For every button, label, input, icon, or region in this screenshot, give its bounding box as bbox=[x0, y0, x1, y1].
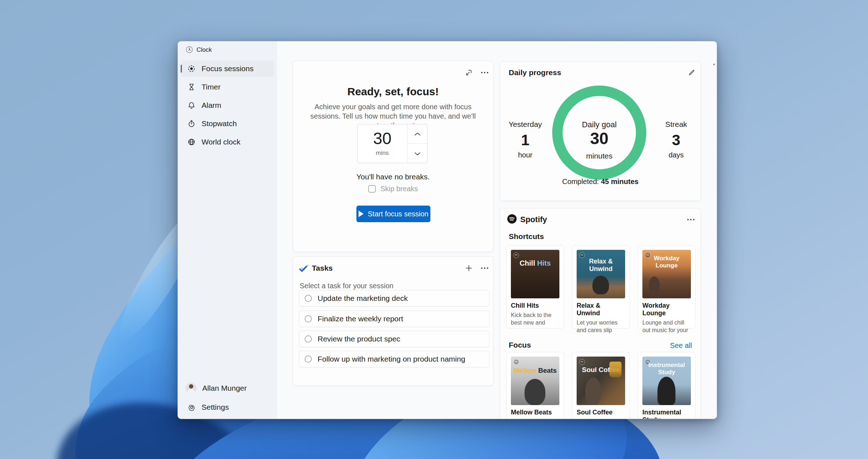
yesterday-value: 1 bbox=[500, 132, 550, 149]
settings-label: Settings bbox=[202, 403, 229, 412]
streak-label: Streak bbox=[651, 120, 701, 129]
spotify-mini-icon bbox=[513, 359, 519, 365]
chevron-down-icon bbox=[414, 152, 421, 156]
task-row[interactable]: Review the product spec bbox=[299, 331, 489, 347]
sidebar-item-label: Alarm bbox=[202, 101, 221, 110]
tasks-card-title: Tasks bbox=[312, 264, 333, 272]
shortcuts-header: Shortcuts bbox=[509, 232, 544, 241]
art-text: InstrumentalStudy bbox=[642, 362, 691, 376]
see-all-link[interactable]: See all bbox=[670, 341, 692, 350]
compact-view-button[interactable] bbox=[463, 66, 475, 79]
spotify-logo-icon bbox=[507, 214, 517, 224]
art-figure bbox=[657, 377, 675, 405]
daily-goal-value: 30 bbox=[552, 129, 646, 148]
alarm-bell-icon bbox=[188, 101, 195, 109]
tasks-card: Tasks Select a task for your session Upd… bbox=[293, 256, 493, 386]
globe-icon bbox=[188, 138, 195, 146]
playlist-tile-chill-hits[interactable]: Chill Hits Chill Hits Kick back to the b… bbox=[506, 245, 564, 329]
sidebar-nav: Focus sessions Timer Alarm bbox=[181, 60, 274, 152]
sidebar-user-account[interactable]: Allan Munger bbox=[181, 380, 274, 397]
sidebar-item-alarm[interactable]: Alarm bbox=[181, 97, 274, 114]
completed-summary: Completed: 45 minutes bbox=[500, 178, 701, 186]
window-title: Clock bbox=[197, 46, 212, 54]
playlist-art: Chill Hits bbox=[511, 250, 559, 298]
art-figure bbox=[649, 276, 660, 294]
playlist-title: Soul Coffee bbox=[577, 409, 625, 416]
playlist-tile-instrumental-study[interactable]: InstrumentalStudy Instrumental Study bbox=[638, 352, 696, 419]
main-content: Ready, set, focus! Achieve your goals an… bbox=[277, 41, 717, 419]
skip-breaks-checkbox[interactable] bbox=[368, 185, 376, 193]
sidebar: Clock Focus sessions Timer bbox=[178, 41, 277, 419]
minutes-stepper: 30 mins bbox=[357, 124, 428, 163]
playlist-description: Let your worries and cares slip away. bbox=[577, 319, 625, 335]
yesterday-label: Yesterday bbox=[500, 120, 550, 129]
plus-icon bbox=[465, 265, 472, 272]
clock-app-window: Clock Focus sessions Timer bbox=[177, 41, 717, 419]
pencil-icon bbox=[688, 69, 695, 76]
tasks-more-button[interactable] bbox=[479, 262, 491, 274]
minutes-unit: mins bbox=[357, 150, 407, 157]
playlist-tile-relax-unwind[interactable]: Relax & Unwind Relax & Unwind Let your w… bbox=[572, 245, 630, 329]
increase-minutes-button[interactable] bbox=[407, 124, 428, 144]
sidebar-item-label: World clock bbox=[202, 138, 240, 146]
scrollbar-up-icon[interactable] bbox=[712, 62, 716, 66]
play-icon bbox=[359, 211, 364, 217]
playlist-title: Workday Lounge bbox=[642, 302, 691, 317]
task-label: Finalize the weekly report bbox=[318, 315, 403, 323]
focus-sessions-icon bbox=[188, 65, 195, 73]
add-task-button[interactable] bbox=[463, 262, 475, 274]
playlist-art: Relax & Unwind bbox=[577, 250, 625, 298]
focus-card-title: Ready, set, focus! bbox=[293, 86, 493, 98]
playlist-tile-soul-coffee[interactable]: Soul Coffee Soul Coffee bbox=[572, 352, 630, 419]
radio-icon bbox=[305, 315, 312, 322]
sidebar-item-world-clock[interactable]: World clock bbox=[181, 134, 274, 150]
streak-stat: Streak 3 days bbox=[651, 120, 701, 159]
radio-icon bbox=[305, 355, 312, 363]
task-row[interactable]: Update the marketing deck bbox=[299, 290, 489, 307]
popout-icon bbox=[465, 69, 473, 77]
spotify-mini-icon bbox=[579, 252, 585, 258]
minutes-value: 30 bbox=[357, 129, 407, 148]
daily-goal-label: Daily goal bbox=[552, 120, 646, 129]
art-figure bbox=[525, 379, 545, 405]
sidebar-item-focus-sessions[interactable]: Focus sessions bbox=[181, 60, 274, 77]
playlist-title: Instrumental Study bbox=[642, 409, 691, 419]
yesterday-unit: hour bbox=[500, 151, 550, 159]
task-row[interactable]: Follow up with marketing on product nami… bbox=[299, 351, 489, 367]
start-focus-session-label: Start focus session bbox=[368, 210, 429, 218]
art-figure bbox=[592, 276, 609, 294]
spotify-brand-label: Spotify bbox=[520, 215, 547, 224]
start-focus-session-button[interactable]: Start focus session bbox=[356, 206, 430, 222]
playlist-title: Chill Hits bbox=[511, 302, 559, 309]
streak-unit: days bbox=[651, 151, 701, 159]
completed-value: 45 minutes bbox=[601, 178, 638, 185]
task-label: Update the marketing deck bbox=[318, 294, 408, 303]
skip-breaks-label: Skip breaks bbox=[380, 185, 418, 193]
task-row[interactable]: Finalize the weekly report bbox=[299, 311, 489, 327]
playlist-tile-workday-lounge[interactable]: WorkdayLounge Workday Lounge Lounge and … bbox=[638, 245, 696, 329]
art-text: Soul Coffee bbox=[577, 366, 625, 374]
edit-goal-button[interactable] bbox=[685, 66, 698, 79]
user-avatar bbox=[186, 383, 197, 394]
more-icon bbox=[687, 219, 695, 221]
art-text: Chill Hits bbox=[511, 259, 559, 267]
spotify-more-button[interactable] bbox=[685, 214, 697, 226]
playlist-tile-mellow-beats[interactable]: Mellow Beats Mellow Beats bbox=[506, 352, 564, 419]
decrease-minutes-button[interactable] bbox=[407, 144, 428, 164]
sidebar-item-settings[interactable]: Settings bbox=[181, 399, 274, 416]
more-icon bbox=[480, 267, 489, 269]
spotify-mini-icon bbox=[513, 252, 519, 258]
chevron-up-icon bbox=[414, 132, 421, 136]
playlist-title: Mellow Beats bbox=[511, 409, 559, 416]
sidebar-item-stopwatch[interactable]: Stopwatch bbox=[181, 115, 274, 132]
stepper-buttons bbox=[407, 124, 428, 163]
minutes-value-box[interactable]: 30 mins bbox=[357, 124, 407, 163]
spotify-card: Spotify Shortcuts Chill Hits Chill Hits … bbox=[500, 208, 701, 419]
daily-progress-card: Daily progress Daily goal 30 minutes Yes… bbox=[500, 61, 701, 201]
task-label: Review the product spec bbox=[318, 335, 400, 343]
sidebar-item-timer[interactable]: Timer bbox=[181, 79, 274, 95]
focus-card-more-button[interactable] bbox=[479, 66, 491, 79]
completed-label: Completed: bbox=[562, 178, 601, 185]
timer-icon bbox=[188, 83, 195, 91]
focus-setup-card: Ready, set, focus! Achieve your goals an… bbox=[293, 61, 493, 252]
